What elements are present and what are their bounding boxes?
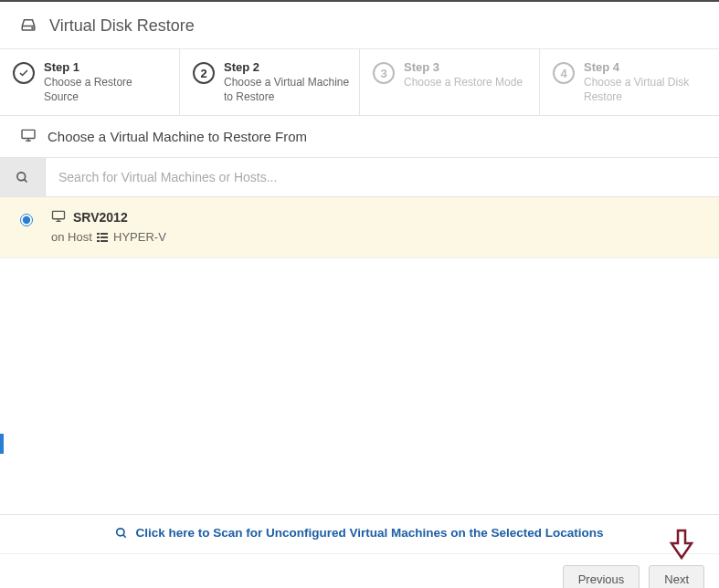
wizard-steps: Step 1 Choose a Restore Source 2 Step 2 … bbox=[0, 48, 719, 116]
search-input[interactable] bbox=[46, 158, 719, 196]
step-number-icon: 3 bbox=[373, 62, 395, 84]
disk-icon bbox=[20, 17, 37, 35]
step-label: Step 4 bbox=[584, 60, 710, 74]
step-desc: Choose a Restore Mode bbox=[404, 76, 523, 90]
monitor-icon bbox=[51, 210, 66, 225]
svg-rect-12 bbox=[97, 236, 100, 238]
svg-point-16 bbox=[117, 529, 124, 536]
next-button[interactable]: Next bbox=[649, 565, 704, 588]
footer: Previous Next bbox=[0, 553, 719, 588]
step-label: Step 3 bbox=[404, 60, 523, 74]
search-icon[interactable] bbox=[0, 158, 46, 196]
check-icon bbox=[13, 62, 35, 84]
server-icon bbox=[97, 231, 108, 245]
svg-line-17 bbox=[123, 535, 126, 538]
svg-rect-10 bbox=[97, 233, 100, 235]
monitor-icon bbox=[20, 129, 37, 144]
step-3[interactable]: 3 Step 3 Choose a Restore Mode bbox=[360, 49, 540, 115]
page-header: Virtual Disk Restore bbox=[0, 2, 719, 48]
step-desc: Choose a Virtual Disk Restore bbox=[584, 76, 710, 104]
vm-row[interactable]: SRV2012 on Host HYPER-V bbox=[0, 197, 719, 258]
step-label: Step 1 bbox=[44, 60, 170, 74]
content-area bbox=[0, 258, 719, 514]
scan-link-text: Click here to Scan for Unconfigured Virt… bbox=[135, 526, 603, 540]
step-2[interactable]: 2 Step 2 Choose a Virtual Machine to Res… bbox=[180, 49, 360, 115]
step-number-icon: 4 bbox=[553, 62, 575, 84]
step-desc: Choose a Virtual Machine to Restore bbox=[224, 76, 350, 104]
svg-point-1 bbox=[32, 27, 33, 28]
svg-rect-11 bbox=[100, 233, 108, 235]
step-number-icon: 2 bbox=[193, 62, 215, 84]
step-label: Step 2 bbox=[224, 60, 350, 74]
step-1[interactable]: Step 1 Choose a Restore Source bbox=[0, 49, 180, 115]
arrow-down-icon bbox=[668, 529, 695, 562]
search-icon bbox=[115, 527, 128, 540]
svg-point-5 bbox=[17, 173, 26, 181]
step-desc: Choose a Restore Source bbox=[44, 76, 170, 104]
vm-radio[interactable] bbox=[20, 214, 33, 229]
step-4[interactable]: 4 Step 4 Choose a Virtual Disk Restore bbox=[540, 49, 719, 115]
svg-rect-2 bbox=[22, 131, 35, 139]
svg-line-6 bbox=[24, 179, 26, 182]
side-indicator bbox=[0, 434, 4, 454]
section-heading: Choose a Virtual Machine to Restore From bbox=[0, 116, 719, 157]
vm-name: SRV2012 bbox=[73, 210, 128, 225]
vm-list: SRV2012 on Host HYPER-V bbox=[0, 197, 719, 258]
page-title: Virtual Disk Restore bbox=[49, 16, 195, 36]
host-name: HYPER-V bbox=[113, 230, 166, 244]
svg-rect-15 bbox=[100, 240, 108, 242]
previous-button[interactable]: Previous bbox=[563, 565, 640, 588]
scan-bar: Click here to Scan for Unconfigured Virt… bbox=[0, 514, 719, 553]
svg-rect-7 bbox=[53, 211, 65, 218]
scan-link[interactable]: Click here to Scan for Unconfigured Virt… bbox=[115, 526, 603, 540]
host-prefix: on Host bbox=[51, 230, 92, 244]
svg-rect-14 bbox=[97, 240, 100, 242]
svg-rect-13 bbox=[100, 236, 108, 238]
search-bar bbox=[0, 157, 719, 197]
section-title-text: Choose a Virtual Machine to Restore From bbox=[48, 129, 307, 144]
